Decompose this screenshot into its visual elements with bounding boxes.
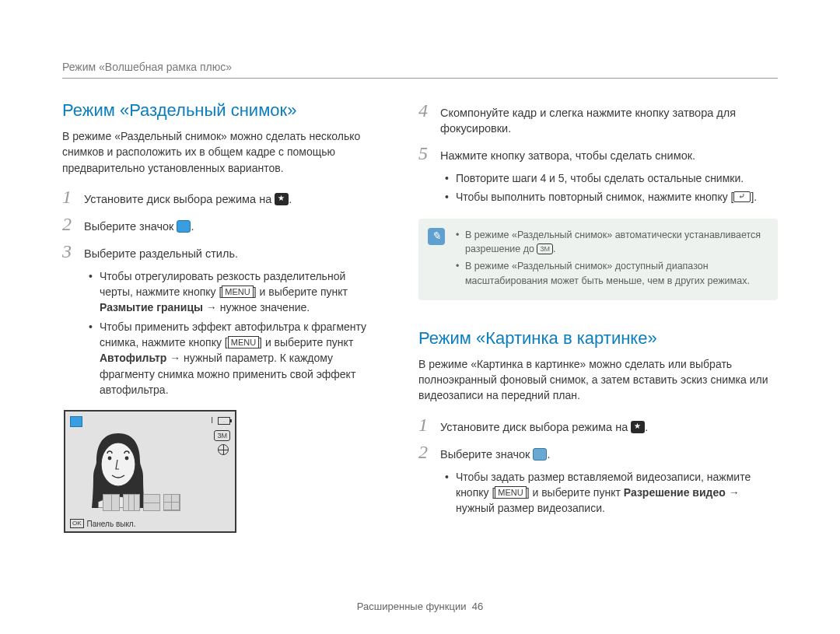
step-3: 3 Выберите раздельный стиль. bbox=[62, 241, 381, 262]
menu-button-icon: MENU bbox=[228, 336, 259, 349]
preview-mode-icon bbox=[70, 416, 82, 427]
footer-page: 46 bbox=[472, 601, 483, 612]
step-2-text: Выберите значок . bbox=[84, 219, 194, 234]
menu-button-icon: MENU bbox=[222, 285, 253, 298]
footer: Расширенные функции 46 bbox=[0, 601, 840, 612]
step-3-text: Выберите раздельный стиль. bbox=[84, 246, 238, 261]
step-1-text: Установите диск выбора режима на . bbox=[84, 191, 292, 207]
sub-autofilter: Чтобы применить эффект автофильтра к фра… bbox=[89, 319, 381, 398]
preview-bottom-bar: OK Панель выкл. bbox=[70, 519, 136, 528]
intro-pip: В режиме «Картинка в картинке» можно сде… bbox=[418, 356, 778, 404]
step-number: 2 bbox=[418, 442, 440, 463]
layout-2h bbox=[143, 494, 160, 511]
pip-step-1: 1 Установите диск выбора режима на . bbox=[418, 415, 778, 436]
layout-grid bbox=[163, 494, 180, 511]
step-number: 2 bbox=[62, 214, 84, 235]
pip-mode-icon bbox=[533, 448, 547, 461]
divider-top bbox=[62, 78, 778, 79]
mode-dial-icon bbox=[631, 421, 645, 433]
resolution-3m-icon: 3M bbox=[537, 243, 553, 254]
content-columns: Режим «Раздельный снимок» В режиме «Разд… bbox=[62, 100, 778, 533]
step-1: 1 Установите диск выбора режима на . bbox=[62, 187, 381, 208]
preview-status-right: I bbox=[211, 416, 230, 425]
right-column: 4 Скомпонуйте кадр и слегка нажмите кноп… bbox=[418, 100, 778, 533]
pip-step-1-text: Установите диск выбора режима на . bbox=[440, 419, 648, 435]
battery-icon bbox=[218, 417, 230, 425]
sub-blur: Чтобы отрегулировать резкость разделител… bbox=[89, 268, 381, 316]
mode-dial-icon bbox=[275, 193, 289, 205]
layout-2v bbox=[103, 494, 120, 511]
camera-preview: I 3M OK bbox=[64, 410, 236, 533]
note-resolution: В режиме «Раздельный снимок» автоматичес… bbox=[456, 228, 767, 256]
step-number: 4 bbox=[418, 100, 440, 121]
preview-counter: I bbox=[211, 416, 213, 425]
breadcrumb: Режим «Волшебная рамка плюс» bbox=[62, 61, 778, 73]
step-number: 3 bbox=[62, 241, 84, 262]
svg-point-0 bbox=[101, 443, 135, 486]
svg-point-2 bbox=[125, 457, 129, 461]
pip-sub-video-res: Чтобы задать размер вставляемой видеозап… bbox=[445, 469, 778, 517]
step-4-text: Скомпонуйте кадр и слегка нажмите кнопку… bbox=[440, 105, 778, 137]
footer-section: Расширенные функции bbox=[357, 601, 467, 612]
step-number: 1 bbox=[62, 187, 84, 208]
step-number: 5 bbox=[418, 143, 440, 164]
back-button-icon bbox=[733, 191, 751, 202]
ok-label-icon: OK bbox=[70, 519, 84, 528]
pip-section: Режим «Картинка в картинке» В режиме «Ка… bbox=[418, 328, 778, 517]
svg-point-1 bbox=[108, 457, 112, 461]
pip-step-2-text: Выберите значок . bbox=[440, 447, 550, 462]
layout-3v bbox=[123, 494, 140, 511]
layout-choices bbox=[103, 494, 180, 511]
intro-split: В режиме «Раздельный снимок» можно сдела… bbox=[62, 128, 381, 176]
globe-icon bbox=[218, 444, 229, 455]
sub-repeat: Повторите шаги 4 и 5, чтобы сделать оста… bbox=[445, 170, 778, 186]
step-5-sublist: Повторите шаги 4 и 5, чтобы сделать оста… bbox=[445, 170, 778, 205]
step-5: 5 Нажмите кнопку затвора, чтобы сделать … bbox=[418, 143, 778, 164]
left-column: Режим «Раздельный снимок» В режиме «Разд… bbox=[62, 100, 381, 533]
pip-step-2: 2 Выберите значок . bbox=[418, 442, 778, 463]
pip-sublist: Чтобы задать размер вставляемой видеозап… bbox=[445, 469, 778, 517]
step-5-text: Нажмите кнопку затвора, чтобы сделать сн… bbox=[440, 148, 695, 163]
note-icon: ✎ bbox=[428, 228, 445, 245]
menu-button-icon: MENU bbox=[495, 486, 526, 499]
note-zoom: В режиме «Раздельный снимок» доступный д… bbox=[456, 259, 767, 287]
section-title-pip: Режим «Картинка в картинке» bbox=[418, 328, 778, 349]
step-3-sublist: Чтобы отрегулировать резкость разделител… bbox=[89, 268, 381, 398]
panel-off-label: Панель выкл. bbox=[87, 520, 136, 528]
step-4: 4 Скомпонуйте кадр и слегка нажмите кноп… bbox=[418, 100, 778, 137]
section-title-split: Режим «Раздельный снимок» bbox=[62, 100, 381, 121]
split-mode-icon bbox=[177, 220, 191, 233]
step-2: 2 Выберите значок . bbox=[62, 214, 381, 235]
sub-retake: Чтобы выполнить повторный снимок, нажмит… bbox=[445, 189, 778, 205]
step-number: 1 bbox=[418, 415, 440, 436]
note-box: ✎ В режиме «Раздельный снимок» автоматич… bbox=[418, 219, 778, 300]
resolution-badge: 3M bbox=[214, 430, 230, 441]
